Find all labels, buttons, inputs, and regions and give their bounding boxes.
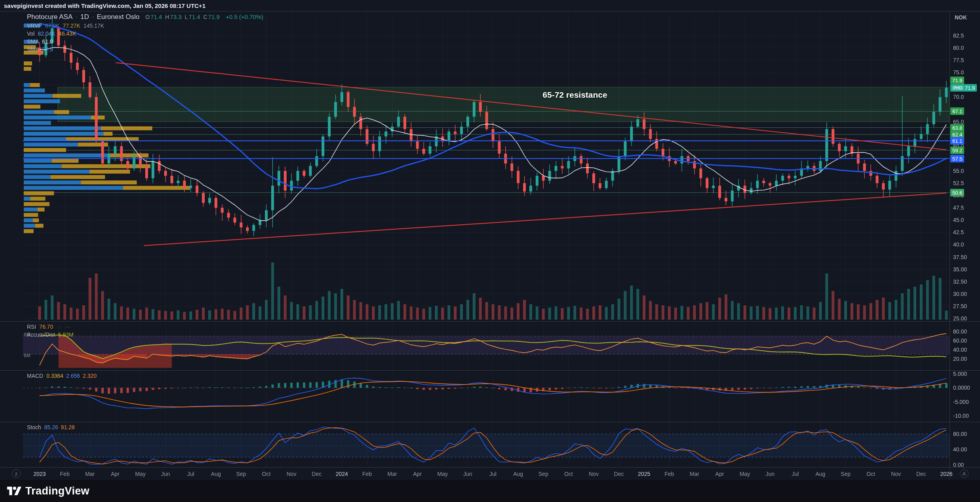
price-tick: 37.50 [953, 254, 967, 260]
time-label: Jun [463, 471, 472, 477]
tradingview-logo-icon[interactable] [7, 486, 21, 496]
time-label: Oct [262, 471, 271, 477]
time-label: Feb [664, 471, 674, 477]
price-label-chip: 67.1 [950, 108, 964, 115]
macd-label[interactable]: MACD [27, 373, 43, 379]
currency-label[interactable]: NOK [955, 14, 967, 21]
indicator-label: SMA [27, 46, 39, 53]
symbol-row[interactable]: Photocure ASA · 1D · Euronext Oslo O71.4… [27, 13, 263, 21]
price-label-chip: 59.2 [950, 146, 964, 154]
macd-tick: 5.000 [953, 371, 967, 377]
indicator-legend-row[interactable]: SMA57.5 [27, 46, 263, 53]
indicator-value: 145.17K [84, 23, 104, 29]
time-label: Mar [690, 471, 699, 477]
time-label: Jun [765, 471, 774, 477]
symbol-title[interactable]: Photocure ASA [27, 13, 72, 21]
stoch-tick: 80.00 [953, 431, 967, 437]
tradingview-brand[interactable]: TradingView [25, 485, 89, 497]
indicator-label: VRVP [27, 23, 42, 29]
time-label: Dec [916, 471, 926, 477]
macd-values: 0.33642.6562.320 [46, 373, 99, 379]
price-tick: 42.5 [953, 229, 964, 235]
macd-legend[interactable]: MACD 0.33642.6562.320 [27, 373, 99, 381]
indicator-value: 91.28 [61, 424, 75, 430]
ohlc-key: H [165, 14, 169, 20]
price-tick: 25.00 [953, 315, 967, 322]
indicator-legend-row[interactable]: SMA61.0 [27, 38, 263, 45]
ohlc-value: 71.9 [208, 13, 220, 20]
timeframe-label[interactable]: 1D [80, 13, 89, 21]
stoch-values: 85.2691.28 [44, 424, 78, 430]
ohlc-value: 73.3 [170, 13, 181, 20]
stoch-legend[interactable]: Stoch 85.2691.28 [27, 424, 78, 432]
visibility-icon[interactable]: ◌ [57, 324, 61, 330]
separator: · [92, 13, 94, 21]
price-tick: 27.50 [953, 303, 967, 309]
price-label-chip: 63.8 [950, 124, 964, 131]
time-label: Aug [815, 471, 825, 477]
stoch-tick: 0.00 [953, 462, 964, 468]
accdist-label[interactable]: Accum/Dist [27, 332, 55, 338]
price-tick: 30.00 [953, 291, 967, 297]
time-label: Oct [564, 471, 573, 477]
indicator-value: 85.26 [44, 424, 58, 430]
indicator-value: 82.04K [38, 30, 55, 37]
auto-scale-button[interactable]: A [960, 469, 969, 478]
macd-tick: -5.000 [953, 399, 969, 405]
symbol-legend: Photocure ASA · 1D · Euronext Oslo O71.4… [27, 13, 263, 53]
time-label: Nov [891, 471, 901, 477]
rsi-tick: 60.00 [953, 337, 967, 344]
rsi-tick: 80.00 [953, 328, 967, 335]
time-label: Oct [866, 471, 875, 477]
indicator-value: 57.5 [42, 46, 53, 53]
price-tick: 55.0 [953, 168, 964, 174]
time-label: Feb [362, 471, 372, 477]
time-label: Nov [287, 471, 297, 477]
price-tick: 77.5 [953, 57, 964, 63]
indicator-label: Vol [27, 30, 34, 37]
time-label: Dec [614, 471, 624, 477]
timezone-button[interactable]: z [12, 469, 21, 478]
rsi-tick: 40.00 [953, 347, 967, 353]
time-label: Feb [60, 471, 70, 477]
price-label-chip: PHO71.9 [950, 84, 977, 91]
time-label: Sep [236, 471, 246, 477]
time-label: 2025 [638, 471, 650, 477]
time-label: May [135, 471, 145, 477]
rsi-label[interactable]: RSI [27, 324, 36, 330]
indicator-value: 77.27K [63, 23, 80, 29]
price-tick: 70.0 [953, 94, 964, 100]
price-tick: 75.0 [953, 69, 964, 76]
indicator-value: 2.656 [66, 373, 80, 379]
ohlc-key: L [185, 14, 188, 20]
price-label-chip: 71.9 [950, 77, 964, 84]
price-label-chip: 61.1 [950, 137, 964, 145]
time-label: Aug [513, 471, 523, 477]
price-tick: 32.50 [953, 278, 967, 285]
indicator-value: 46.43K [59, 30, 76, 37]
rsi-legend[interactable]: RSI 76.70 ◌ ⋯ Accum/Dist 5.93M [27, 324, 74, 339]
price-tick: 80.0 [953, 45, 964, 51]
more-icon[interactable]: ⋯ [65, 324, 70, 330]
time-label: Jul [489, 471, 497, 477]
time-label: 2024 [336, 471, 348, 477]
indicator-legend-row[interactable]: Vol82.04K46.43K [27, 30, 263, 37]
indicator-legend-row[interactable]: VRVP67.9K77.27K145.17K [27, 23, 263, 29]
time-label: Dec [312, 471, 322, 477]
time-label: Nov [589, 471, 599, 477]
rsi-tick: 20.00 [953, 356, 967, 362]
indicator-value: 2.320 [83, 373, 97, 379]
time-label: May [740, 471, 750, 477]
time-label: May [438, 471, 448, 477]
ohlc-values: O71.4H73.3L71.4C71.9 [142, 13, 220, 21]
indicator-value: 67.9K [45, 23, 60, 29]
attribution-text: savepiginvest created with TradingView.c… [4, 2, 206, 9]
time-axis[interactable]: z A 2023FebMarAprMayJunJulAugSepOctNovDe… [0, 468, 980, 480]
time-label: Jun [161, 471, 170, 477]
time-label: Apr [111, 471, 120, 477]
stoch-label[interactable]: Stoch [27, 424, 41, 430]
price-axis[interactable]: NOK 82.580.077.575.072.570.067.565.062.5… [950, 0, 980, 480]
time-label: Apr [715, 471, 724, 477]
symbol-badge: PHO [952, 85, 963, 90]
chart-canvas[interactable] [0, 0, 980, 502]
